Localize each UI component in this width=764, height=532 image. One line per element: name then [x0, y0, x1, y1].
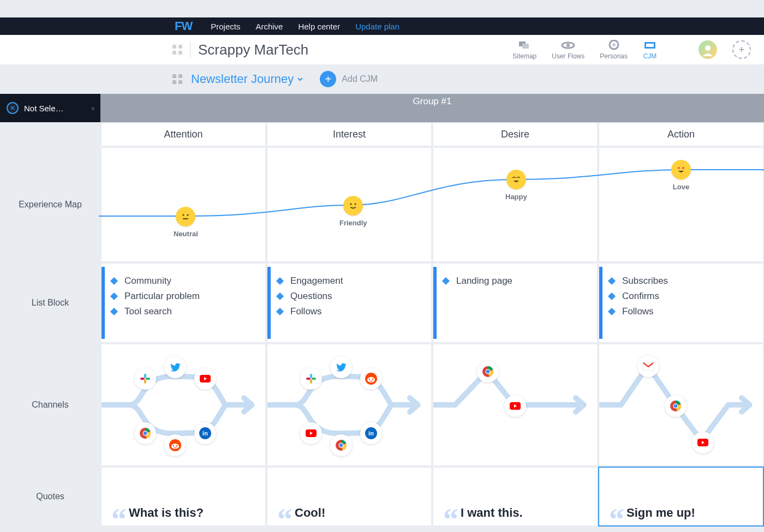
- youtube-icon: [194, 368, 216, 390]
- list-item: Community: [111, 276, 259, 286]
- stage-header-attention[interactable]: Attention: [100, 122, 266, 147]
- sub-bar: Newsletter Journey + Add CJM: [0, 64, 764, 94]
- svg-rect-22: [144, 374, 146, 378]
- quote-cell-1[interactable]: “ Cool!: [266, 467, 432, 527]
- list-cell-0[interactable]: CommunityParticular problemTool search: [100, 262, 266, 343]
- youtube-icon: [692, 432, 714, 453]
- quote-mark-icon: “: [609, 515, 624, 524]
- top-nav: FW Projects Archive Help center Update p…: [0, 17, 764, 35]
- nav-archive[interactable]: Archive: [255, 22, 283, 31]
- svg-point-18: [187, 214, 189, 216]
- bullet-diamond-icon: [110, 277, 118, 285]
- persona-label: Not Sele…: [24, 104, 86, 113]
- channels-cell-1[interactable]: in: [266, 343, 432, 467]
- svg-rect-3: [178, 51, 182, 55]
- userflows-icon: [561, 40, 575, 51]
- chrome-icon: [330, 434, 352, 456]
- list-cell-3[interactable]: SubscribesConfirmsFollows: [598, 262, 764, 343]
- svg-point-9: [612, 43, 616, 46]
- emoji-friendly-icon: [343, 196, 363, 216]
- svg-rect-37: [312, 378, 316, 380]
- svg-rect-24: [144, 379, 146, 384]
- youtube-icon: [300, 422, 322, 444]
- quote-mark-icon: “: [443, 515, 458, 524]
- list-item: Confirms: [609, 291, 756, 302]
- sitemap-icon: [517, 40, 532, 51]
- emoji-happy-icon: [506, 170, 526, 189]
- journey-dropdown[interactable]: Newsletter Journey: [191, 72, 303, 86]
- svg-rect-0: [172, 45, 176, 49]
- quote-cell-3[interactable]: “ Sign me up!: [598, 467, 764, 527]
- svg-rect-1: [178, 45, 182, 49]
- list-item: Particular problem: [111, 291, 259, 302]
- list-cell-2[interactable]: Landing page: [432, 262, 598, 343]
- close-icon[interactable]: ✕: [7, 102, 19, 114]
- quote-cell-0[interactable]: “ What is this?: [100, 467, 266, 527]
- group-header[interactable]: Group #1: [100, 94, 764, 122]
- bullet-diamond-icon: [276, 292, 284, 300]
- chrome-icon: [477, 361, 499, 382]
- project-title: Scrappy MarTech: [198, 41, 308, 58]
- svg-rect-16: [178, 80, 182, 84]
- expand-icon[interactable]: ››: [91, 104, 94, 112]
- stage-header-action[interactable]: Action: [598, 122, 764, 147]
- nav-helpcenter[interactable]: Help center: [298, 22, 340, 31]
- row-list-block: List Block: [0, 262, 100, 343]
- channels-cell-2[interactable]: [432, 343, 598, 467]
- chevron-down-icon: [297, 76, 303, 82]
- svg-point-20: [350, 203, 352, 205]
- add-cjm-button[interactable]: + Add CJM: [320, 71, 378, 87]
- plus-icon: +: [320, 71, 336, 87]
- svg-point-29: [144, 432, 147, 435]
- quote-cell-2[interactable]: “ I want this.: [432, 467, 598, 527]
- emoji-love-icon: [671, 160, 691, 180]
- tool-personas[interactable]: Personas: [600, 40, 628, 60]
- stage-header-interest[interactable]: Interest: [266, 122, 432, 147]
- divider: [190, 41, 190, 58]
- cjm-icon: [643, 40, 657, 51]
- list-item: Follows: [277, 306, 425, 317]
- nav-projects[interactable]: Projects: [211, 22, 240, 31]
- svg-rect-38: [310, 379, 312, 384]
- tool-userflows[interactable]: User Flows: [552, 40, 584, 60]
- svg-point-12: [705, 45, 711, 51]
- experience-cell-0[interactable]: Neutral: [100, 147, 266, 262]
- list-item: Questions: [277, 291, 425, 302]
- row-experience-map: Experience Map: [0, 147, 100, 262]
- experience-curve: [102, 148, 764, 264]
- svg-rect-2: [172, 51, 176, 55]
- twitter-icon: [330, 356, 352, 378]
- svg-point-32: [173, 445, 175, 447]
- bullet-diamond-icon: [608, 292, 616, 300]
- channels-cell-3[interactable]: [598, 343, 764, 467]
- emoji-neutral-icon: [176, 207, 195, 226]
- stage-header-desire[interactable]: Desire: [432, 122, 598, 147]
- nav-update-plan[interactable]: Update plan: [355, 22, 399, 31]
- grid-view-icon-2[interactable]: [172, 74, 182, 84]
- bullet-diamond-icon: [110, 308, 118, 315]
- svg-rect-11: [646, 44, 654, 47]
- svg-rect-25: [140, 378, 145, 380]
- svg-text:in: in: [202, 430, 208, 437]
- list-item: Landing page: [443, 276, 590, 286]
- list-item: Engagement: [277, 276, 425, 286]
- cjm-board: ✕ Not Sele… ›› Group #1 Attention Intere…: [0, 94, 764, 527]
- tool-cjm[interactable]: CJM: [643, 40, 657, 60]
- linkedin-icon: in: [194, 422, 216, 444]
- svg-point-21: [355, 203, 356, 205]
- bullet-diamond-icon: [442, 277, 450, 285]
- avatar[interactable]: [699, 40, 717, 59]
- bullet-diamond-icon: [608, 277, 616, 285]
- grid-view-icon[interactable]: [172, 45, 182, 55]
- row-channels: Channels: [0, 343, 100, 467]
- svg-point-17: [183, 214, 184, 216]
- tool-sitemap[interactable]: Sitemap: [512, 40, 536, 60]
- list-item: Follows: [609, 306, 756, 317]
- svg-point-42: [369, 379, 371, 380]
- logo: FW: [175, 19, 192, 33]
- slack-icon: [300, 368, 322, 390]
- channels-cell-0[interactable]: in: [100, 343, 266, 467]
- add-collaborator-button[interactable]: +: [732, 40, 751, 59]
- list-cell-1[interactable]: EngagementQuestionsFollows: [266, 262, 432, 343]
- svg-rect-5: [522, 44, 529, 49]
